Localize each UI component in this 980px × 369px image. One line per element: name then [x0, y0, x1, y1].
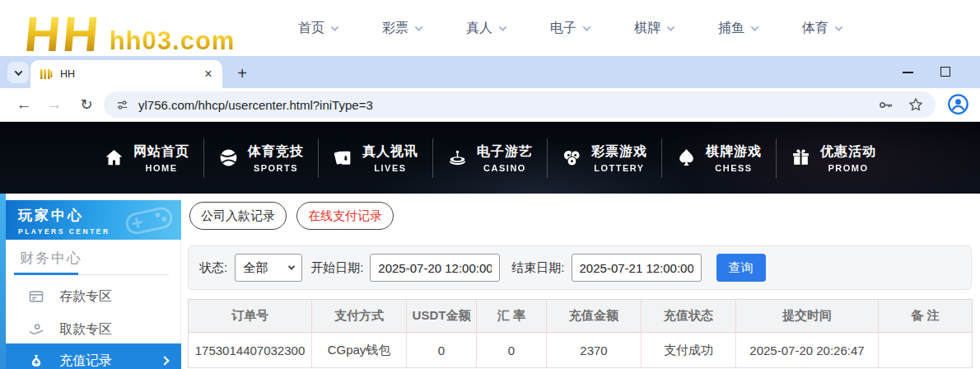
nav-item-lottery[interactable]: 彩票游戏LOTTERY [547, 138, 661, 178]
promo-nav-fishing[interactable]: 捕鱼 [718, 20, 758, 37]
table-row: 1753014407032300 CGpay钱包 0 0 2370 支付成功 2… [189, 333, 973, 368]
end-date-label: 结束日期: [511, 260, 564, 276]
lottery-balls-icon [562, 147, 582, 168]
col-usdt-amount: USDT金额 [407, 300, 477, 333]
status-select[interactable]: 全部 [235, 254, 302, 282]
table-header-row: 订单号 支付方式 USDT金额 汇 率 充值金额 充值状态 提交时间 备 注 [189, 300, 973, 333]
sidebar-section-finance[interactable]: 财务中心 [20, 249, 82, 268]
promo-nav-lottery[interactable]: 彩票 [382, 20, 422, 37]
url-text: yl756.com/hhcp/usercenter.html?iniType=3 [138, 98, 864, 112]
promo-nav-sports[interactable]: 体育 [802, 20, 842, 37]
tab-company-deposit-records[interactable]: 公司入款记录 [189, 202, 287, 230]
cell-recharge-status: 支付成功 [642, 333, 736, 368]
gift-icon [791, 147, 811, 168]
sidebar-item-withdraw[interactable]: 取款专区 [6, 313, 181, 346]
page-root: HH hh03.com 首页 彩票 真人 电子 棋牌 捕鱼 体育 HH × + … [0, 0, 980, 369]
sidebar-accent-strip [0, 194, 6, 369]
profile-avatar-icon[interactable] [947, 93, 969, 119]
browser-toolbar: ← → ↻ yl756.com/hhcp/usercenter.html?ini… [0, 88, 980, 122]
col-exchange-rate: 汇 率 [477, 300, 547, 333]
promo-bar: HH hh03.com 首页 彩票 真人 电子 棋牌 捕鱼 体育 [0, 0, 980, 56]
chevron-down-icon [331, 23, 339, 31]
promo-nav-live[interactable]: 真人 [466, 20, 506, 37]
home-icon [104, 147, 124, 168]
chevron-down-icon [499, 23, 507, 31]
back-button[interactable]: ← [13, 94, 35, 115]
chevron-down-icon [415, 23, 423, 31]
sidebar-item-label: 取款专区 [59, 321, 112, 339]
cell-recharge-amount: 2370 [547, 333, 642, 368]
sidebar: 玩家中心 PLAYERS CENTER 财务中心 存款专区 取款专区 充值记录 [0, 194, 181, 369]
chevron-down-icon [667, 23, 675, 31]
chevron-down-icon [583, 23, 591, 31]
nav-label-cn: 网站首页 [133, 143, 189, 161]
main-panel: 公司入款记录 在线支付记录 状态: 全部 开始日期: 结束日期: 查询 [188, 194, 972, 369]
nav-label-en: HOME [133, 163, 189, 173]
nav-label-cn: 棋牌游戏 [706, 143, 762, 161]
withdraw-icon [28, 321, 44, 338]
chevron-down-icon [751, 23, 759, 31]
password-key-icon[interactable] [877, 96, 894, 114]
maximize-icon[interactable] [940, 67, 950, 77]
site-logo[interactable]: HH hh03.com [25, 0, 235, 59]
address-bar[interactable]: yl756.com/hhcp/usercenter.html?iniType=3 [104, 91, 936, 118]
cell-remarks [879, 333, 973, 368]
sidebar-item-deposit[interactable]: 存款专区 [6, 280, 181, 313]
status-label: 状态: [199, 260, 227, 276]
tab-online-payment-records[interactable]: 在线支付记录 [296, 202, 394, 230]
nav-item-casino[interactable]: 电子游艺CASINO [432, 138, 547, 178]
sidebar-item-label: 充值记录 [59, 353, 112, 369]
nav-label-en: CASINO [477, 163, 533, 173]
promo-nav-label: 首页 [298, 20, 324, 37]
nav-item-promo[interactable]: 优惠活动PROMO [776, 138, 890, 178]
browser-tab[interactable]: HH × [30, 60, 222, 88]
promo-nav-chess[interactable]: 棋牌 [634, 20, 674, 37]
nav-item-home[interactable]: 网站首页HOME [90, 138, 203, 178]
roulette-icon [447, 147, 468, 168]
query-button[interactable]: 查询 [716, 254, 766, 282]
deposit-icon [28, 288, 44, 305]
record-tabs: 公司入款记录 在线支付记录 [189, 202, 394, 230]
nav-item-sports[interactable]: 体育竞技SPORTS [203, 138, 318, 178]
promo-nav-home[interactable]: 首页 [298, 20, 338, 37]
forward-button[interactable]: → [44, 94, 65, 115]
nav-item-chess[interactable]: 棋牌游戏CHESS [661, 138, 776, 178]
tab-search-icon [14, 68, 22, 76]
nav-label-cn: 真人视讯 [362, 143, 418, 161]
col-payment-method: 支付方式 [312, 300, 407, 333]
nav-label-cn: 电子游艺 [477, 143, 533, 161]
nav-label-cn: 优惠活动 [820, 143, 876, 161]
cell-exchange-rate: 0 [477, 333, 547, 368]
chevron-down-icon [835, 23, 843, 31]
nav-label-en: LOTTERY [591, 163, 647, 173]
site-info-icon[interactable] [115, 98, 129, 112]
promo-nav-label: 捕鱼 [718, 20, 744, 37]
close-tab-icon[interactable]: × [201, 67, 216, 82]
minimize-icon[interactable] [903, 72, 913, 73]
start-date-input[interactable] [370, 254, 500, 282]
col-order-number: 订单号 [189, 300, 312, 333]
sports-ball-icon [218, 147, 239, 168]
status-select-value: 全部 [243, 260, 268, 276]
nav-item-lives[interactable]: 真人视讯LIVES [318, 138, 432, 178]
reload-button[interactable]: ↻ [76, 94, 97, 115]
nav-label-en: CHESS [706, 163, 762, 173]
promo-nav-label: 彩票 [382, 20, 408, 37]
playing-cards-icon [333, 147, 353, 168]
browser-tab-strip: HH × + [0, 56, 980, 88]
filter-bar: 状态: 全部 开始日期: 结束日期: 查询 [188, 245, 972, 290]
new-tab-button[interactable]: + [231, 63, 253, 84]
nav-label-en: SPORTS [248, 163, 304, 173]
recharge-icon [28, 353, 44, 369]
section-underline [14, 273, 169, 275]
start-date-label: 开始日期: [310, 260, 363, 276]
logo-domain-text: hh03.com [110, 23, 236, 59]
sidebar-item-recharge-records[interactable]: 充值记录 [6, 343, 181, 369]
promo-nav: 首页 彩票 真人 电子 棋牌 捕鱼 体育 [298, 0, 842, 56]
bookmark-star-icon[interactable] [908, 96, 924, 113]
promo-nav-label: 电子 [550, 20, 576, 37]
end-date-input[interactable] [572, 254, 702, 282]
promo-nav-slots[interactable]: 电子 [550, 20, 590, 37]
tab-search-button[interactable] [7, 62, 29, 83]
cell-usdt-amount: 0 [407, 333, 477, 368]
